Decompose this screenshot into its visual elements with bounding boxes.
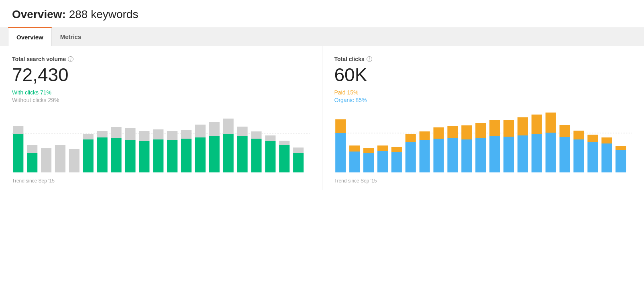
- svg-rect-57: [419, 131, 430, 140]
- svg-rect-14: [97, 131, 108, 137]
- svg-rect-84: [615, 150, 626, 172]
- svg-rect-17: [125, 140, 135, 172]
- svg-rect-68: [503, 137, 514, 172]
- search-volume-svg: [12, 110, 310, 174]
- svg-rect-76: [559, 137, 570, 172]
- svg-rect-22: [153, 129, 163, 139]
- svg-rect-4: [27, 145, 37, 153]
- svg-rect-40: [279, 141, 289, 145]
- svg-rect-75: [545, 113, 556, 133]
- svg-rect-35: [251, 139, 261, 172]
- svg-rect-65: [475, 123, 486, 138]
- left-panel: Total search volume i 72,430 With clicks…: [0, 46, 322, 190]
- svg-rect-13: [97, 137, 108, 172]
- svg-rect-39: [279, 145, 289, 172]
- svg-rect-32: [223, 119, 234, 134]
- svg-rect-7: [55, 151, 65, 172]
- svg-rect-36: [251, 131, 261, 139]
- svg-rect-48: [363, 153, 373, 172]
- svg-rect-66: [489, 136, 500, 172]
- total-clicks-value: 60K: [334, 65, 632, 85]
- svg-rect-31: [223, 134, 234, 172]
- svg-rect-12: [83, 134, 94, 139]
- svg-rect-25: [181, 139, 192, 172]
- search-volume-info-icon[interactable]: i: [68, 56, 73, 62]
- svg-rect-1: [13, 134, 23, 172]
- total-clicks-info-icon[interactable]: i: [367, 56, 372, 62]
- search-volume-chart: Trend since Sep '15: [12, 110, 310, 182]
- svg-rect-42: [293, 148, 304, 153]
- svg-rect-62: [461, 139, 472, 172]
- svg-rect-41: [293, 153, 304, 172]
- svg-rect-8: [55, 145, 65, 151]
- svg-rect-27: [195, 137, 206, 172]
- svg-rect-24: [167, 131, 177, 140]
- total-clicks-chart: Trend since Sep '15: [334, 110, 632, 182]
- svg-rect-29: [209, 136, 220, 172]
- svg-rect-20: [139, 131, 149, 141]
- svg-rect-77: [559, 125, 570, 137]
- svg-rect-28: [195, 125, 206, 137]
- with-clicks-stat: With clicks 71%: [12, 89, 310, 96]
- svg-rect-85: [615, 146, 626, 150]
- svg-rect-55: [405, 134, 416, 142]
- total-clicks-label: Total clicks i: [334, 56, 632, 62]
- svg-rect-26: [181, 130, 192, 139]
- svg-rect-45: [335, 119, 346, 133]
- page-header: Overview: 288 keywords: [0, 0, 644, 27]
- svg-rect-15: [111, 138, 121, 172]
- svg-rect-79: [573, 131, 584, 139]
- svg-rect-56: [419, 140, 430, 172]
- page-title: Overview: 288 keywords: [12, 8, 632, 21]
- svg-rect-6: [41, 148, 51, 155]
- svg-rect-10: [69, 149, 79, 153]
- search-volume-label: Total search volume i: [12, 56, 310, 62]
- svg-rect-44: [335, 133, 346, 172]
- svg-rect-69: [503, 120, 514, 137]
- svg-rect-9: [69, 153, 79, 172]
- svg-rect-38: [265, 135, 275, 141]
- svg-rect-3: [27, 153, 37, 172]
- paid-stat: Paid 15%: [334, 89, 632, 96]
- svg-rect-64: [475, 138, 486, 172]
- svg-rect-61: [447, 126, 458, 138]
- svg-rect-11: [83, 139, 94, 172]
- without-clicks-stat: Without clicks 29%: [12, 97, 310, 103]
- svg-rect-2: [13, 126, 23, 134]
- right-trend-label: Trend since Sep '15: [334, 178, 632, 184]
- svg-rect-67: [489, 120, 500, 136]
- svg-rect-80: [587, 142, 598, 172]
- svg-rect-72: [531, 134, 542, 172]
- total-clicks-svg: [334, 110, 632, 174]
- svg-rect-60: [447, 138, 458, 172]
- svg-rect-52: [391, 152, 401, 172]
- svg-rect-51: [377, 145, 387, 151]
- svg-rect-53: [391, 147, 401, 152]
- svg-rect-30: [209, 122, 220, 136]
- svg-rect-63: [461, 125, 472, 139]
- svg-rect-82: [601, 143, 612, 172]
- organic-stat: Organic 85%: [334, 97, 632, 103]
- left-trend-label: Trend since Sep '15: [12, 178, 310, 184]
- svg-rect-47: [349, 145, 360, 152]
- svg-rect-5: [41, 155, 51, 172]
- svg-rect-34: [237, 127, 247, 136]
- svg-rect-21: [153, 139, 163, 172]
- svg-rect-59: [433, 127, 444, 139]
- svg-rect-50: [377, 151, 387, 172]
- svg-rect-54: [405, 142, 416, 172]
- svg-rect-46: [349, 152, 360, 172]
- tabs-bar: Overview Metrics: [0, 27, 644, 46]
- svg-rect-70: [517, 135, 528, 172]
- svg-rect-83: [601, 137, 612, 143]
- svg-rect-37: [265, 141, 275, 172]
- tab-metrics[interactable]: Metrics: [52, 27, 90, 46]
- svg-rect-81: [587, 135, 598, 142]
- right-panel: Total clicks i 60K Paid 15% Organic 85%: [322, 46, 644, 190]
- svg-rect-74: [545, 133, 556, 172]
- tab-overview[interactable]: Overview: [8, 27, 52, 46]
- svg-rect-58: [433, 139, 444, 172]
- svg-rect-19: [139, 141, 149, 172]
- svg-rect-33: [237, 136, 247, 172]
- svg-rect-16: [111, 127, 121, 138]
